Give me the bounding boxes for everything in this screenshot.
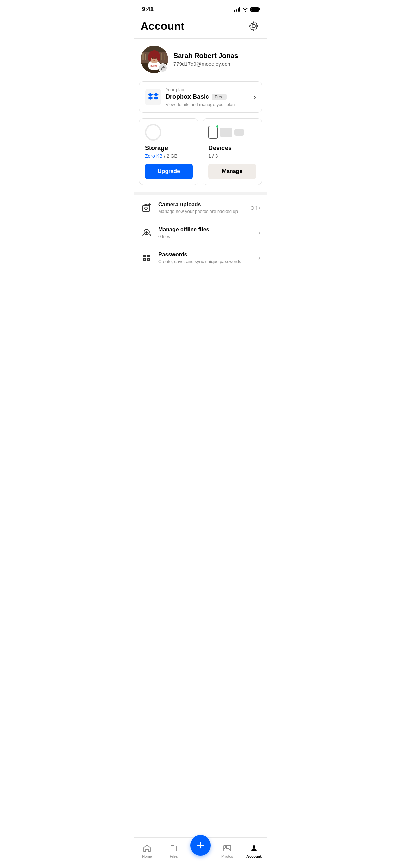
status-icons	[234, 7, 259, 12]
storage-icon-area	[145, 124, 193, 141]
svg-rect-4	[145, 54, 146, 60]
storage-circle-icon	[145, 124, 161, 141]
battery-icon	[250, 7, 259, 12]
gear-icon	[249, 21, 258, 31]
passwords-icon-svg	[142, 253, 152, 263]
offline-files-chevron: ›	[258, 229, 260, 237]
devices-count: 1 / 3	[208, 153, 256, 159]
offline-files-content: Manage offline files 0 files	[158, 227, 253, 239]
active-device-icon	[208, 126, 218, 139]
passwords-chevron: ›	[258, 254, 260, 262]
menu-list: Camera uploads Manage how your photos ar…	[134, 195, 267, 270]
profile-name: Sarah Robert Jonas	[173, 52, 260, 60]
plan-info: Your plan Dropbox Basic Free View detail…	[166, 87, 250, 107]
plan-label: Your plan	[166, 87, 250, 92]
plan-name-row: Dropbox Basic Free	[166, 93, 250, 100]
camera-icon	[142, 203, 152, 213]
dropbox-icon	[148, 92, 159, 102]
page-header: Account	[134, 16, 267, 38]
camera-uploads-content: Camera uploads Manage how your photos ar…	[158, 202, 245, 214]
devices-title: Devices	[208, 145, 256, 152]
pencil-icon	[160, 65, 165, 70]
passwords-content: Passwords Create, save, and sync unique …	[158, 252, 253, 264]
svg-rect-5	[161, 53, 162, 60]
signal-icon	[234, 7, 240, 12]
camera-uploads-icon	[141, 202, 153, 214]
offline-files-item[interactable]: Manage offline files 0 files ›	[141, 220, 260, 245]
status-bar: 9:41	[134, 0, 267, 16]
svg-rect-3	[142, 53, 144, 60]
devices-card: Devices 1 / 3 Manage	[203, 118, 262, 185]
plan-chevron-icon: ›	[254, 93, 256, 101]
passwords-icon	[141, 252, 153, 264]
passwords-right: ›	[258, 254, 260, 262]
offline-files-title: Manage offline files	[158, 227, 253, 233]
camera-uploads-item[interactable]: Camera uploads Manage how your photos ar…	[141, 195, 260, 220]
plan-name: Dropbox Basic	[166, 93, 209, 100]
camera-uploads-title: Camera uploads	[158, 202, 245, 208]
camera-uploads-status: Off	[250, 205, 257, 211]
inactive-device-1	[220, 128, 232, 137]
storage-card: Storage Zero KB / 2 GB Upgrade	[139, 118, 198, 185]
svg-point-11	[148, 53, 151, 61]
profile-email: 779d17d9@moodjoy.com	[173, 61, 260, 67]
wifi-icon	[242, 7, 248, 12]
svg-point-17	[145, 207, 147, 210]
settings-button[interactable]	[247, 19, 260, 33]
svg-text:MARVEL: MARVEL	[150, 65, 158, 67]
svg-point-14	[155, 57, 157, 59]
section-separator	[134, 192, 267, 195]
passwords-title: Passwords	[158, 252, 253, 258]
cards-row: Storage Zero KB / 2 GB Upgrade Devices 1…	[139, 118, 262, 185]
storage-used: Zero KB	[145, 153, 162, 159]
svg-point-12	[157, 53, 160, 61]
storage-separator: /	[164, 153, 167, 159]
plan-description: View details and manage your plan	[166, 102, 250, 107]
upgrade-button[interactable]: Upgrade	[145, 164, 193, 179]
avatar-container: MARVEL	[141, 46, 168, 73]
device-icons	[208, 126, 244, 139]
passwords-item[interactable]: Passwords Create, save, and sync unique …	[141, 245, 260, 270]
plan-card[interactable]: Your plan Dropbox Basic Free View detail…	[139, 81, 262, 113]
devices-icon-area	[208, 124, 256, 141]
status-time: 9:41	[142, 6, 154, 13]
offline-files-right: ›	[258, 229, 260, 237]
profile-info: Sarah Robert Jonas 779d17d9@moodjoy.com	[173, 52, 260, 67]
camera-uploads-desc: Manage how your photos are backed up	[158, 209, 245, 214]
offline-files-icon	[141, 227, 153, 239]
offline-files-desc: 0 files	[158, 234, 253, 239]
page-title: Account	[141, 20, 184, 33]
free-badge: Free	[212, 94, 227, 100]
svg-point-13	[152, 57, 153, 59]
storage-subtitle: Zero KB / 2 GB	[145, 153, 193, 159]
svg-rect-16	[142, 206, 150, 211]
profile-section: MARVEL Sarah Robert Jonas 779d17d9@moodj…	[134, 39, 267, 81]
passwords-desc: Create, save, and sync unique passwords	[158, 259, 253, 264]
dropbox-logo	[145, 89, 161, 105]
edit-avatar-button[interactable]	[158, 63, 167, 72]
manage-devices-button[interactable]: Manage	[208, 164, 256, 179]
camera-uploads-chevron: ›	[258, 204, 260, 212]
inactive-device-2	[234, 129, 244, 136]
storage-title: Storage	[145, 145, 193, 152]
svg-rect-6	[164, 54, 165, 60]
offline-icon	[142, 228, 152, 238]
camera-uploads-right: Off ›	[250, 204, 260, 212]
storage-total: 2 GB	[167, 153, 178, 159]
